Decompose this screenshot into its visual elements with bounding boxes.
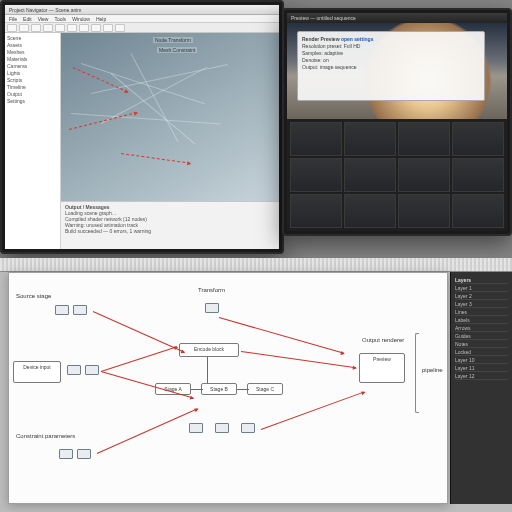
diagram-node[interactable]: Device input <box>13 361 61 383</box>
tool-new-icon[interactable] <box>7 24 17 32</box>
layer-row[interactable]: Guides <box>455 332 508 340</box>
thumbnail[interactable] <box>290 122 342 156</box>
menu-item[interactable]: File <box>9 15 17 22</box>
tool-render-icon[interactable] <box>115 24 125 32</box>
diagram-node[interactable]: Stage B <box>201 383 237 395</box>
thumbnail[interactable] <box>344 158 396 192</box>
lower-workspace: Source stage Device input Constraint par… <box>0 258 512 512</box>
popup-line: Resolution preset: Full HD <box>302 43 480 50</box>
tree-item[interactable]: Settings <box>7 98 58 105</box>
tree-item[interactable]: Materials <box>7 56 58 63</box>
node-icon[interactable] <box>215 423 229 433</box>
flow-arrow-icon <box>241 351 356 368</box>
screen-left: Project Navigator — Scene.anim File Edit… <box>5 5 279 249</box>
tool-grid-icon[interactable] <box>91 24 101 32</box>
tree-item[interactable]: Cameras <box>7 63 58 70</box>
node-icon[interactable] <box>85 365 99 375</box>
log-panel[interactable]: Output / Messages Loading scene graph… C… <box>61 201 279 249</box>
titlebar-right[interactable]: Preview — untitled sequence <box>287 13 507 23</box>
tree-item[interactable]: Scene <box>7 35 58 42</box>
menu-item[interactable]: Tools <box>54 15 66 22</box>
tool-play-icon[interactable] <box>67 24 77 32</box>
monitor-left: Project Navigator — Scene.anim File Edit… <box>0 0 284 254</box>
menu-item[interactable]: Window <box>72 15 90 22</box>
thumbnail[interactable] <box>344 122 396 156</box>
diagram-label: Transform <box>197 287 226 293</box>
layer-row[interactable]: Labels <box>455 316 508 324</box>
tree-item[interactable]: Meshes <box>7 49 58 56</box>
tool-redo-icon[interactable] <box>55 24 65 32</box>
node-icon[interactable] <box>55 305 69 315</box>
popup-link[interactable]: open settings <box>341 36 374 42</box>
viewport-label: Node.Transform <box>153 37 193 43</box>
thumbnail[interactable] <box>452 122 504 156</box>
thumbnail[interactable] <box>452 194 504 228</box>
tool-save-icon[interactable] <box>31 24 41 32</box>
connector-icon <box>191 389 203 390</box>
popup-line: Denoise: on <box>302 57 480 64</box>
flow-arrow-icon <box>93 311 185 353</box>
node-label: Stage C <box>256 386 274 392</box>
thumbnail[interactable] <box>398 122 450 156</box>
tree-item[interactable]: Timeline <box>7 84 58 91</box>
layer-row[interactable]: Layer 2 <box>455 292 508 300</box>
menubar[interactable]: File Edit View Tools Window Help <box>5 15 279 23</box>
viewport-3d[interactable]: Node.Transform Mesh.Constraint <box>61 33 279 201</box>
node-icon[interactable] <box>77 449 91 459</box>
diagram-node[interactable]: Preview <box>359 353 405 383</box>
node-icon[interactable] <box>241 423 255 433</box>
thumbnail[interactable] <box>398 194 450 228</box>
thumbnail[interactable] <box>290 158 342 192</box>
thumbnail[interactable] <box>344 194 396 228</box>
diagram-label: Constraint parameters <box>15 433 75 439</box>
thumbnail[interactable] <box>290 194 342 228</box>
thumbnail[interactable] <box>398 158 450 192</box>
tree-item[interactable]: Assets <box>7 42 58 49</box>
diagram-node[interactable]: Encode block <box>179 343 239 357</box>
node-icon[interactable] <box>189 423 203 433</box>
diagram-label: pipeline <box>421 367 444 373</box>
timeline-ruler[interactable] <box>0 258 512 272</box>
tree-item[interactable]: Output <box>7 91 58 98</box>
layer-row[interactable]: Layer 10 <box>455 356 508 364</box>
layers-panel[interactable]: Layers Layer 1 Layer 2 Layer 3 Lines Lab… <box>450 272 512 504</box>
node-icon[interactable] <box>67 365 81 375</box>
popup-line: Samples: adaptive <box>302 50 480 57</box>
log-line: Build succeeded — 0 errors, 1 warning <box>65 228 275 234</box>
thumbnail-grid[interactable] <box>287 119 507 231</box>
node-icon[interactable] <box>59 449 73 459</box>
layer-row[interactable]: Arrows <box>455 324 508 332</box>
project-tree[interactable]: Scene Assets Meshes Materials Cameras Li… <box>5 33 61 249</box>
diagram-label: Output renderer <box>361 337 405 343</box>
node-label: Device input <box>23 364 51 370</box>
info-popup[interactable]: Render Preview open settings Resolution … <box>297 31 485 101</box>
layer-row[interactable]: Layer 3 <box>455 300 508 308</box>
thumbnail[interactable] <box>452 158 504 192</box>
layer-row[interactable]: Layer 12 <box>455 372 508 380</box>
menu-item[interactable]: Help <box>96 15 106 22</box>
layer-row[interactable]: Layer 11 <box>455 364 508 372</box>
flow-arrow-icon <box>97 408 198 454</box>
diagram-canvas[interactable]: Source stage Device input Constraint par… <box>8 272 448 504</box>
layer-row[interactable]: Locked <box>455 348 508 356</box>
diagram-node[interactable]: Stage C <box>247 383 283 395</box>
preview-viewport[interactable]: Render Preview open settings Resolution … <box>287 23 507 119</box>
tool-stop-icon[interactable] <box>79 24 89 32</box>
tool-snap-icon[interactable] <box>103 24 113 32</box>
tree-item[interactable]: Lights <box>7 70 58 77</box>
screen-right: Preview — untitled sequence Render Previ… <box>287 13 507 231</box>
layer-row[interactable]: Lines <box>455 308 508 316</box>
monitor-right: Preview — untitled sequence Render Previ… <box>282 8 512 236</box>
node-icon[interactable] <box>205 303 219 313</box>
menu-item[interactable]: View <box>38 15 49 22</box>
node-icon[interactable] <box>73 305 87 315</box>
layer-row[interactable]: Notes <box>455 340 508 348</box>
tool-open-icon[interactable] <box>19 24 29 32</box>
tree-item[interactable]: Scripts <box>7 77 58 84</box>
menu-item[interactable]: Edit <box>23 15 32 22</box>
window-title: Project Navigator — Scene.anim <box>9 5 82 15</box>
titlebar-left[interactable]: Project Navigator — Scene.anim <box>5 5 279 15</box>
node-label: Preview <box>373 356 391 362</box>
layer-row[interactable]: Layer 1 <box>455 284 508 292</box>
tool-undo-icon[interactable] <box>43 24 53 32</box>
